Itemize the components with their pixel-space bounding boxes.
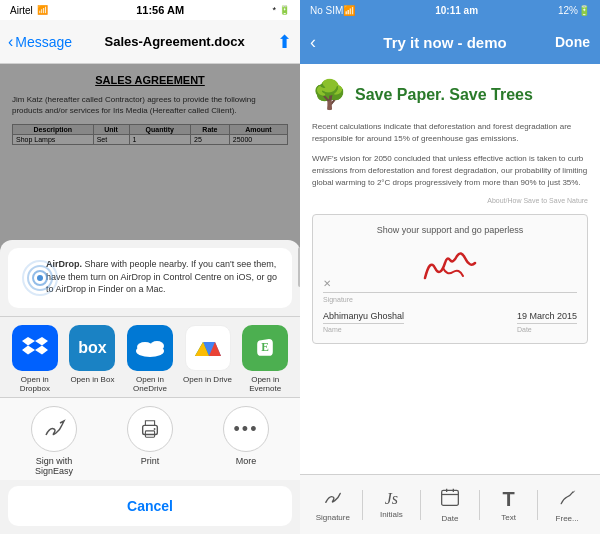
bottom-toolbar: Signature Js Initials Date T Text [300, 474, 600, 534]
cancel-row[interactable]: Cancel [8, 486, 292, 526]
name-label: Name [323, 323, 404, 333]
left-time: 11:56 AM [136, 4, 184, 16]
date-label: Date [517, 323, 577, 333]
signeasy-button[interactable]: Sign withSignEasy [24, 406, 84, 476]
signature-card: Show your support and go paperless ✕ Sig… [312, 214, 588, 344]
print-button[interactable]: Print [120, 406, 180, 476]
back-label: Message [15, 34, 72, 50]
left-panel: Airtel 📶 11:56 AM * 🔋 ‹ Message Sales-Ag… [0, 0, 300, 534]
share-content: AirDrop. Share with people nearby. If yo… [0, 240, 300, 534]
onedrive-icon [127, 325, 173, 371]
airdrop-icon [20, 258, 36, 298]
signature-line [323, 292, 577, 293]
name-col: Abhimanyu Ghoshal Name [323, 311, 404, 333]
sig-x-mark: ✕ [323, 278, 331, 289]
source: About/How Save to Save Nature [312, 197, 588, 204]
actions-row: Sign withSignEasy Print [0, 397, 300, 480]
no-sim-label: No SIM [310, 5, 343, 16]
tree-header: 🌳 Save Paper. Save Trees [312, 78, 588, 111]
free-tool-icon [557, 487, 577, 512]
panel-divider [298, 247, 300, 287]
initials-tool-label: Initials [380, 510, 403, 519]
open-evernote-button[interactable]: E Open inEvernote [239, 325, 291, 393]
name-date-row: Abhimanyu Ghoshal Name 19 March 2015 Dat… [323, 307, 577, 333]
right-nav-bar: ‹ Try it now - demo Done [300, 20, 600, 64]
battery-icon: 🔋 [279, 5, 290, 15]
svg-point-4 [150, 341, 164, 351]
svg-marker-0 [22, 337, 35, 355]
more-button[interactable]: ••• More [216, 406, 276, 476]
signeasy-icon [31, 406, 77, 452]
carrier-label: Airtel [10, 5, 33, 16]
text-tool-label: Text [501, 513, 516, 522]
right-wifi-icon: 📶 [343, 5, 355, 16]
left-status-left: Airtel 📶 [10, 5, 48, 16]
date-tool-label: Date [442, 514, 459, 523]
signer-name: Abhimanyu Ghoshal [323, 311, 404, 321]
drive-icon [185, 325, 231, 371]
signature-tool-label: Signature [316, 513, 350, 522]
box-label: Open in Box [70, 375, 114, 384]
date-col: 19 March 2015 Date [517, 311, 577, 333]
svg-text:E: E [261, 341, 269, 353]
open-drive-button[interactable]: Open in Drive [182, 325, 234, 393]
left-status-bar: Airtel 📶 11:56 AM * 🔋 [0, 0, 300, 20]
tree-icon: 🌳 [312, 78, 347, 111]
airdrop-section: AirDrop. Share with people nearby. If yo… [8, 248, 292, 308]
chevron-left-icon: ‹ [8, 33, 13, 51]
open-box-button[interactable]: box Open in Box [66, 325, 118, 393]
right-battery: 12% [558, 5, 578, 16]
free-tool[interactable]: Free... [538, 487, 596, 523]
dropbox-icon [12, 325, 58, 371]
dropbox-label: Open inDropbox [20, 375, 50, 393]
right-battery-icon: 🔋 [578, 5, 590, 16]
open-onedrive-button[interactable]: Open inOneDrive [124, 325, 176, 393]
back-button[interactable]: ‹ Message [8, 33, 72, 51]
wifi-icon: 📶 [37, 5, 48, 15]
svg-rect-14 [442, 490, 459, 505]
signature-tool[interactable]: Signature [304, 488, 362, 522]
right-time: 10:11 am [355, 5, 558, 16]
sign-date: 19 March 2015 [517, 311, 577, 321]
card-header: Show your support and go paperless [323, 225, 577, 235]
right-nav-title: Try it now - demo [340, 34, 550, 51]
text-tool-icon: T [502, 488, 514, 511]
more-icon: ••• [223, 406, 269, 452]
signature-tool-icon [322, 488, 344, 511]
more-label: More [236, 456, 257, 466]
evernote-icon: E [242, 325, 288, 371]
left-nav-bar: ‹ Message Sales-Agreement.docx ⬆ [0, 20, 300, 64]
done-button[interactable]: Done [550, 34, 590, 50]
text-tool[interactable]: T Text [480, 488, 538, 522]
open-dropbox-button[interactable]: Open inDropbox [9, 325, 61, 393]
signeasy-label: Sign withSignEasy [35, 456, 73, 476]
initials-tool-icon: Js [385, 490, 398, 508]
share-sheet: AirDrop. Share with people nearby. If yo… [0, 64, 300, 534]
sig-label: Signature [323, 296, 353, 303]
signature-area[interactable]: ✕ Signature [323, 243, 577, 293]
date-tool-icon [440, 487, 460, 512]
save-title: Save Paper. Save Trees [355, 86, 533, 104]
date-tool[interactable]: Date [421, 487, 479, 523]
evernote-label: Open inEvernote [249, 375, 281, 393]
drive-label: Open in Drive [183, 375, 232, 384]
bluetooth-icon: * [272, 5, 276, 15]
right-status-bar: No SIM 📶 10:11 am 12% 🔋 [300, 0, 600, 20]
free-tool-label: Free... [556, 514, 579, 523]
share-icon[interactable]: ⬆ [277, 31, 292, 53]
para2: WWF's vision for 2050 concluded that unl… [312, 153, 588, 189]
apps-row: Open inDropbox box Open in Box Open inOn… [0, 316, 300, 397]
signature-drawing [415, 248, 485, 288]
initials-tool[interactable]: Js Initials [363, 490, 421, 519]
cancel-button[interactable]: Cancel [127, 498, 173, 514]
right-panel: No SIM 📶 10:11 am 12% 🔋 ‹ Try it now - d… [300, 0, 600, 534]
print-icon [127, 406, 173, 452]
right-back-button[interactable]: ‹ [310, 32, 340, 53]
right-content: 🌳 Save Paper. Save Trees Recent calculat… [300, 64, 600, 474]
box-icon: box [69, 325, 115, 371]
doc-filename: Sales-Agreement.docx [78, 34, 271, 49]
svg-marker-1 [35, 337, 48, 355]
left-status-right: * 🔋 [272, 5, 290, 15]
onedrive-label: Open inOneDrive [133, 375, 167, 393]
print-label: Print [141, 456, 160, 466]
